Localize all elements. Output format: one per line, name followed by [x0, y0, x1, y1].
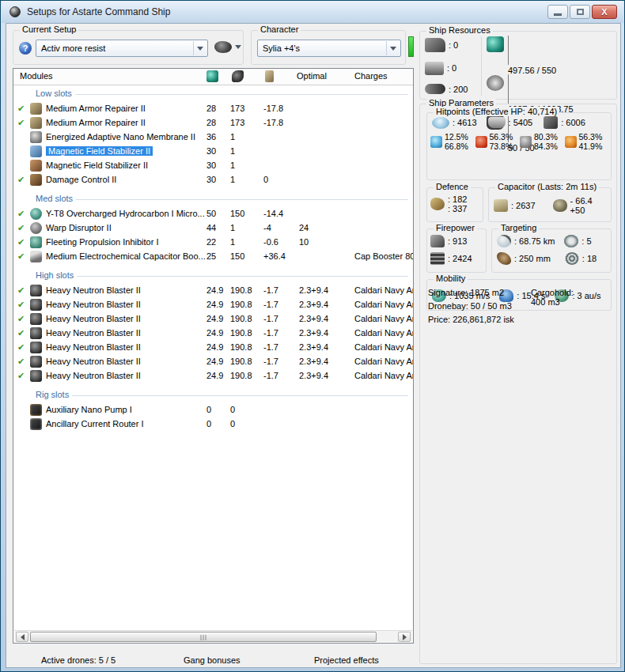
active-check-icon[interactable]: ✔ — [17, 118, 25, 128]
active-drones-label[interactable]: Active drones: 5 / 5 — [41, 655, 116, 665]
max-targets-icon — [564, 235, 578, 247]
modules-panel: Modules Optimal Charges Low slots✔Medium… — [13, 68, 414, 644]
defence-label: Defence — [434, 182, 471, 191]
active-check-icon[interactable]: ✔ — [17, 237, 25, 247]
module-row[interactable]: Magnetic Field Stabilizer II301 — [13, 159, 413, 173]
projected-effects-label[interactable]: Projected effects — [314, 655, 379, 665]
active-check-icon[interactable]: ✔ — [17, 371, 25, 381]
active-check-icon[interactable]: ✔ — [17, 357, 25, 367]
module-cpu: 50 — [206, 209, 216, 218]
close-button[interactable]: X — [592, 5, 617, 19]
module-name: Energized Adaptive Nano Membrane II — [46, 132, 195, 142]
horizontal-scrollbar[interactable] — [14, 630, 412, 642]
chevron-down-icon — [197, 47, 203, 51]
scroll-left-button[interactable] — [16, 632, 28, 642]
module-row[interactable]: ✔Medium Armor Repairer II28173-17.8 — [13, 116, 413, 130]
module-row[interactable]: ✔Fleeting Propulsion Inhibitor I221-0.61… — [13, 236, 413, 250]
setup-select[interactable]: Activ more resist — [36, 40, 208, 57]
module-optimal: 2.3+9.4 — [299, 285, 328, 295]
active-check-icon[interactable]: ✔ — [17, 314, 25, 324]
scrollbar-grip — [201, 635, 206, 640]
module-row[interactable]: ✔Heavy Neutron Blaster II24.9190.8-1.72.… — [13, 327, 413, 341]
explosive-resist-cell: 56.3%41.9% — [565, 132, 610, 151]
module-row[interactable]: ✔Heavy Neutron Blaster II24.9190.8-1.72.… — [13, 284, 413, 298]
module-name: Heavy Neutron Blaster II — [46, 285, 141, 295]
module-powergrid: 1 — [230, 237, 235, 247]
module-row[interactable]: ✔Heavy Neutron Blaster II24.9190.8-1.72.… — [13, 369, 413, 383]
gang-bonuses-label[interactable]: Gang bonuses — [184, 655, 241, 665]
thermal-shield-resist: 56.3% — [490, 132, 513, 142]
active-check-icon[interactable]: ✔ — [17, 175, 25, 185]
module-cap-use: -17.8 — [263, 104, 283, 113]
module-row[interactable]: Energized Adaptive Nano Membrane II361 — [13, 130, 413, 145]
character-select-caret[interactable] — [386, 41, 400, 55]
module-row[interactable]: Ancillary Current Router I00 — [13, 417, 413, 432]
module-row[interactable]: ✔Heavy Neutron Blaster II24.9190.8-1.72.… — [13, 312, 413, 327]
blaster-icon — [30, 342, 42, 353]
module-row[interactable]: ✔Heavy Neutron Blaster II24.9190.8-1.72.… — [13, 298, 413, 312]
module-cap-use: -1.7 — [263, 285, 278, 295]
module-row[interactable]: ✔Heavy Neutron Blaster II24.9190.8-1.72.… — [13, 341, 413, 355]
warp-speed: : 3 au/s — [572, 291, 600, 300]
module-charges: Caldari Navy Ar — [354, 371, 414, 380]
ship-menu-button[interactable] — [214, 41, 241, 53]
active-check-icon[interactable]: ✔ — [17, 342, 25, 353]
section-header: Med slots — [13, 191, 413, 207]
module-powergrid: 173 — [230, 104, 244, 113]
cpu-bar — [508, 36, 509, 65]
help-icon[interactable]: ? — [19, 42, 32, 55]
scroll-right-button[interactable] — [398, 632, 411, 642]
module-row[interactable]: Magnetic Field Stabilizer II301 — [13, 145, 413, 159]
module-cap-use: -17.8 — [263, 118, 283, 127]
thermal-damage-icon — [475, 136, 487, 148]
active-check-icon[interactable]: ✔ — [17, 285, 25, 296]
afterburner-icon — [30, 208, 42, 220]
powergrid-bar — [508, 74, 509, 104]
shield-hp: : 4613 — [453, 118, 477, 127]
calibration-value: : 200 — [449, 85, 468, 94]
active-check-icon[interactable]: ✔ — [17, 328, 25, 338]
module-name: Damage Control II — [46, 175, 116, 184]
active-check-icon[interactable]: ✔ — [17, 104, 25, 114]
module-powergrid: 190.8 — [230, 371, 252, 380]
module-row[interactable]: ✔Heavy Neutron Blaster II24.9190.8-1.72.… — [13, 355, 413, 369]
module-row[interactable]: ✔Medium Electrochemical Capacitor Boo...… — [13, 250, 413, 264]
module-cpu: 24.9 — [206, 328, 223, 338]
module-row[interactable]: ✔Y-T8 Overcharged Hydrocarbon I Micro...… — [13, 207, 413, 221]
em-resist-cell: 12.5%66.8% — [430, 132, 475, 151]
character-select[interactable]: Sylia +4's — [257, 40, 401, 57]
active-check-icon[interactable]: ✔ — [17, 223, 25, 233]
module-row[interactable]: ✔Medium Armor Repairer II28173-17.8 — [13, 102, 413, 116]
module-powergrid: 1 — [230, 146, 235, 156]
module-cpu: 0 — [206, 419, 211, 428]
active-check-icon[interactable]: ✔ — [17, 300, 25, 310]
module-row[interactable]: ✔Damage Control II3010 — [13, 173, 413, 187]
blaster-icon — [30, 327, 42, 339]
section-rule — [37, 395, 408, 396]
module-row[interactable]: Auxiliary Nano Pump I00 — [13, 403, 413, 417]
module-powergrid: 190.8 — [230, 357, 252, 366]
module-row[interactable]: ✔Warp Disruptor II441-424 — [13, 221, 413, 236]
mag-stab-blue-icon — [30, 145, 42, 157]
rig-current-router-icon — [30, 418, 42, 430]
minimize-button[interactable] — [547, 5, 568, 19]
modules-body: Low slots✔Medium Armor Repairer II28173-… — [13, 85, 413, 435]
module-powergrid: 0 — [230, 419, 235, 428]
module-charges: Caldari Navy Ar — [354, 357, 414, 366]
ship-stats-text: Signature: 1875 m2 Cargohold: 400 m3 Dro… — [428, 288, 514, 328]
maximize-icon — [577, 9, 584, 15]
module-cpu: 24.9 — [206, 285, 223, 295]
scrollbar-thumb[interactable] — [30, 632, 377, 642]
module-name: Magnetic Field Stabilizer II — [46, 146, 153, 156]
maximize-button[interactable] — [570, 5, 590, 19]
setup-select-caret[interactable] — [193, 41, 206, 55]
capacitor-amount-icon — [494, 199, 508, 212]
blaster-icon — [30, 299, 42, 311]
dps-icon — [430, 235, 445, 247]
module-powergrid: 150 — [230, 209, 244, 218]
title-bar[interactable]: Setups for Astarte Command Ship X — [2, 1, 623, 23]
active-check-icon[interactable]: ✔ — [17, 209, 25, 219]
active-check-icon[interactable]: ✔ — [17, 251, 25, 262]
powergrid-icon — [487, 75, 504, 91]
targeting-range-icon — [497, 235, 511, 247]
